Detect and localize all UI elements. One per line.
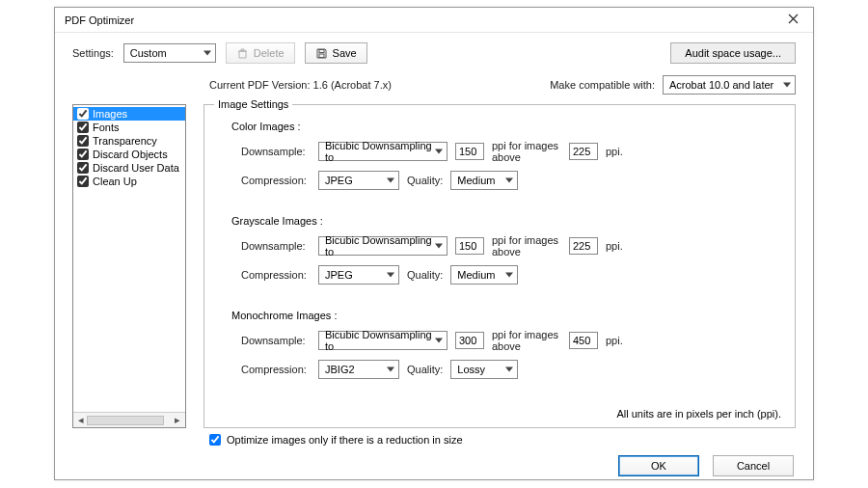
titlebar: PDF Optimizer: [55, 8, 813, 33]
close-button[interactable]: [778, 10, 807, 31]
settings-value: Custom: [130, 47, 167, 59]
save-button[interactable]: Save: [305, 42, 367, 64]
mono-images-header: Monochrome Images :: [231, 310, 781, 321]
mono-compression-select[interactable]: JBIG2: [318, 360, 399, 379]
cancel-button[interactable]: Cancel: [713, 455, 794, 476]
sidebar-check-discard-objects[interactable]: [77, 149, 89, 160]
color-compression-select[interactable]: JPEG: [318, 171, 399, 190]
sidebar-item-label: Images: [93, 108, 127, 120]
floppy-icon: [315, 47, 328, 60]
close-icon: [788, 14, 799, 24]
sidebar-item-label: Discard User Data: [93, 162, 179, 174]
downsample-label: Downsample:: [241, 146, 311, 157]
panel-legend: Image Settings: [214, 98, 292, 110]
color-downsample-row: Downsample: Bicubic Downsampling to ppi …: [241, 140, 781, 163]
compat-select[interactable]: Acrobat 10.0 and later: [663, 75, 796, 95]
mono-compression-row: Compression: JBIG2 Quality: Lossy: [241, 360, 781, 379]
gray-compression-select[interactable]: JPEG: [318, 265, 399, 285]
compression-label: Compression:: [241, 364, 311, 375]
sidebar-check-transparency[interactable]: [77, 135, 89, 147]
mono-quality-select[interactable]: Lossy: [450, 360, 518, 379]
compat-label: Make compatible with:: [550, 79, 655, 91]
compression-label: Compression:: [241, 269, 311, 281]
mono-downsample-select[interactable]: Bicubic Downsampling to: [318, 331, 448, 350]
optimize-only-checkbox[interactable]: [209, 434, 221, 446]
sidebar-item-label: Fonts: [93, 122, 120, 133]
settings-select[interactable]: Custom: [123, 43, 216, 63]
ppi-mid-label: ppi for images above: [492, 234, 561, 258]
optimize-only-label: Optimize images only if there is a reduc…: [227, 434, 463, 446]
gray-downsample-select[interactable]: Bicubic Downsampling to: [318, 236, 448, 256]
sidebar-item-label: Transparency: [93, 135, 157, 147]
sidebar-check-discard-user-data[interactable]: [77, 162, 89, 174]
save-label: Save: [333, 47, 357, 59]
color-above-value[interactable]: [569, 143, 598, 160]
delete-label: Delete: [254, 47, 285, 59]
sidebar-item-label: Discard Objects: [93, 149, 168, 160]
color-compression-row: Compression: JPEG Quality: Medium: [241, 171, 781, 190]
category-list[interactable]: Images Fonts Transparency Discard Object…: [73, 105, 185, 412]
trash-icon: [236, 47, 249, 60]
sidebar-item-discard-user-data[interactable]: Discard User Data: [73, 161, 185, 175]
color-images-header: Color Images :: [231, 121, 781, 132]
scroll-right-icon[interactable]: ▸: [172, 415, 183, 426]
mono-downsample-value[interactable]: [455, 332, 484, 349]
color-downsample-value[interactable]: [455, 143, 484, 160]
sidebar-check-clean-up[interactable]: [77, 176, 89, 187]
mono-downsample-row: Downsample: Bicubic Downsampling to ppi …: [241, 329, 781, 352]
ppi-end-label: ppi.: [606, 240, 675, 252]
gray-quality-select[interactable]: Medium: [450, 265, 518, 285]
color-quality-select[interactable]: Medium: [450, 171, 518, 190]
mono-above-value[interactable]: [569, 332, 598, 349]
sidebar-scrollbar[interactable]: ◂ ▸: [73, 412, 185, 427]
sidebar-item-images[interactable]: Images: [73, 107, 185, 121]
window-title: PDF Optimizer: [61, 14, 778, 26]
scroll-thumb[interactable]: [87, 416, 164, 425]
sidebar-item-fonts[interactable]: Fonts: [73, 121, 185, 134]
audit-label: Audit space usage...: [685, 47, 781, 59]
units-note: All units are in pixels per inch (ppi).: [616, 408, 781, 420]
image-settings-panel: Image Settings Color Images : Downsample…: [203, 104, 796, 428]
gray-downsample-row: Downsample: Bicubic Downsampling to ppi …: [241, 234, 781, 258]
gray-downsample-value[interactable]: [455, 237, 484, 255]
category-sidebar: Images Fonts Transparency Discard Object…: [72, 104, 186, 428]
settings-label: Settings:: [72, 47, 114, 59]
toolbar: Settings: Custom Delete Save Audit space…: [55, 33, 813, 69]
svg-rect-0: [319, 49, 324, 52]
color-downsample-select[interactable]: Bicubic Downsampling to: [318, 142, 448, 161]
sidebar-item-transparency[interactable]: Transparency: [73, 134, 185, 148]
gray-images-header: Grayscale Images :: [231, 215, 781, 227]
svg-rect-1: [319, 54, 324, 58]
compression-label: Compression:: [241, 175, 311, 186]
gray-above-value[interactable]: [569, 237, 598, 255]
delete-button[interactable]: Delete: [226, 42, 295, 64]
ppi-end-label: ppi.: [606, 335, 675, 346]
compat-value: Acrobat 10.0 and later: [669, 79, 773, 91]
ppi-mid-label: ppi for images above: [492, 329, 561, 352]
ppi-mid-label: ppi for images above: [492, 140, 561, 163]
downsample-label: Downsample:: [241, 335, 311, 346]
dialog-footer: OK Cancel: [55, 446, 813, 476]
quality-label: Quality:: [407, 175, 443, 186]
version-row: Current PDF Version: 1.6 (Acrobat 7.x) M…: [55, 69, 813, 104]
downsample-label: Downsample:: [241, 240, 311, 252]
ok-button[interactable]: OK: [618, 455, 699, 476]
scroll-left-icon[interactable]: ◂: [75, 415, 87, 426]
optimize-only-row: Optimize images only if there is a reduc…: [55, 432, 813, 446]
sidebar-item-label: Clean Up: [93, 176, 137, 187]
current-version-label: Current PDF Version: 1.6 (Acrobat 7.x): [209, 79, 392, 91]
quality-label: Quality:: [407, 269, 443, 281]
sidebar-item-clean-up[interactable]: Clean Up: [73, 175, 185, 188]
sidebar-check-fonts[interactable]: [77, 122, 89, 133]
sidebar-item-discard-objects[interactable]: Discard Objects: [73, 148, 185, 161]
pdf-optimizer-dialog: PDF Optimizer Settings: Custom Delete Sa…: [54, 7, 814, 480]
ppi-end-label: ppi.: [606, 146, 675, 157]
quality-label: Quality:: [407, 364, 443, 375]
gray-compression-row: Compression: JPEG Quality: Medium: [241, 265, 781, 285]
sidebar-check-images[interactable]: [77, 108, 89, 120]
audit-button[interactable]: Audit space usage...: [670, 42, 796, 64]
